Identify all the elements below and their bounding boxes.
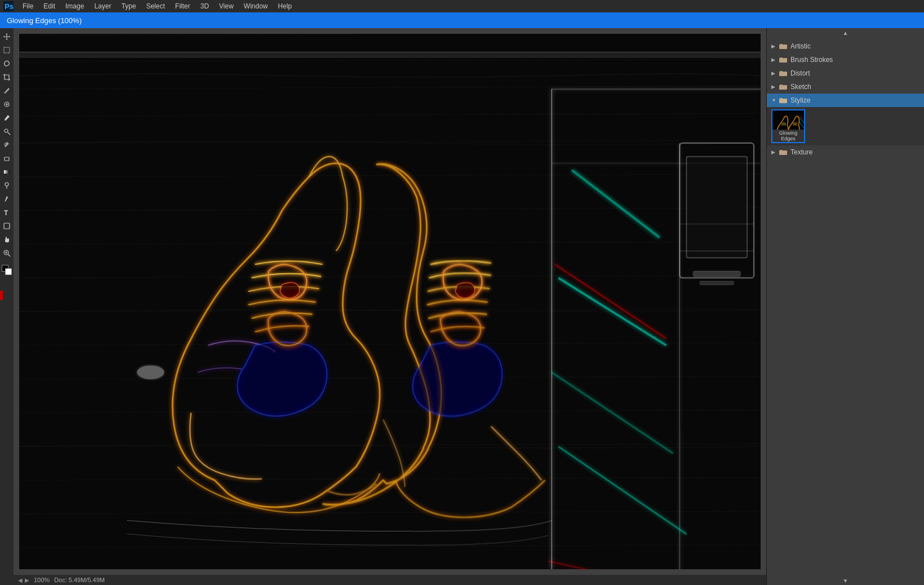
menu-layer[interactable]: Layer (90, 1, 115, 11)
chevron-right-icon: ▶ (771, 43, 777, 49)
svg-point-7 (5, 183, 8, 186)
lasso-tool[interactable] (1, 57, 13, 70)
filter-category-distort-label: Distort (790, 69, 810, 77)
filter-category-sketch: ▶ Sketch (767, 80, 924, 94)
status-nav-buttons: ◀ ▶ (18, 577, 29, 583)
menu-select[interactable]: Select (141, 1, 169, 11)
filter-category-artistic: ▶ Artistic (767, 39, 924, 53)
menu-bar: Ps File Edit Image Layer Type Select Fil… (0, 0, 924, 12)
main-canvas (19, 34, 761, 569)
folder-icon (779, 43, 788, 50)
marquee-tool[interactable] (1, 44, 13, 56)
svg-rect-6 (4, 170, 10, 174)
menu-window[interactable]: Window (239, 1, 273, 11)
scroll-up-icon: ▲ (843, 30, 849, 36)
scroll-up-button[interactable]: ▲ (767, 28, 924, 37)
svg-rect-5 (5, 157, 9, 161)
crop-tool[interactable] (1, 71, 13, 83)
menu-type[interactable]: Type (117, 1, 140, 11)
red-edge-indicator (0, 291, 3, 300)
gradient-tool[interactable] (1, 166, 13, 178)
folder-icon-2 (779, 56, 788, 63)
text-tool[interactable]: T (1, 206, 13, 219)
chevron-right-icon-4: ▶ (771, 84, 777, 90)
chevron-right-icon-2: ▶ (771, 57, 777, 63)
glowing-edges-label: Glowing Edges (772, 130, 804, 142)
scroll-down-button[interactable]: ▼ (767, 576, 924, 585)
svg-rect-9 (4, 223, 10, 229)
clone-tool[interactable] (1, 125, 13, 138)
folder-icon-5 (779, 97, 788, 104)
pen-tool[interactable] (1, 193, 13, 205)
svg-point-47 (137, 366, 164, 379)
left-toolbar: T (0, 28, 14, 585)
menu-file[interactable]: File (18, 1, 38, 11)
filter-category-texture: ▶ Texture (767, 145, 924, 159)
brush-tool[interactable] (1, 112, 13, 124)
svg-rect-48 (19, 52, 761, 57)
filter-panel: ▲ ▶ Artistic ▶ (766, 28, 924, 585)
filter-category-brush-strokes-label: Brush Strokes (790, 56, 833, 64)
svg-rect-42 (686, 157, 747, 258)
filter-category-sketch-label: Sketch (790, 83, 811, 91)
menu-filter[interactable]: Filter (171, 1, 195, 11)
scroll-down-icon: ▼ (843, 578, 849, 584)
chevron-down-icon: ▼ (771, 98, 777, 103)
menu-3d[interactable]: 3D (196, 1, 213, 11)
chevron-right-icon-5: ▶ (771, 149, 777, 155)
zoom-level: 100% (34, 577, 50, 583)
filter-category-stylize: ▼ Stylize (767, 94, 924, 145)
status-bar: ◀ ▶ 100% Doc: 5.49M/5.49M (14, 575, 766, 585)
heal-tool[interactable] (1, 98, 13, 110)
shape-tool[interactable] (1, 220, 13, 232)
menu-view[interactable]: View (215, 1, 238, 11)
filter-category-sketch-header[interactable]: ▶ Sketch (767, 80, 924, 94)
svg-point-4 (5, 129, 8, 132)
chevron-right-icon-3: ▶ (771, 70, 777, 76)
filter-category-stylize-header[interactable]: ▼ Stylize (767, 94, 924, 107)
glowing-edges-preview (772, 110, 804, 130)
document-size: Doc: 5.49M/5.49M (54, 577, 105, 583)
folder-icon-6 (779, 149, 788, 156)
svg-rect-2 (4, 47, 10, 53)
menu-edit[interactable]: Edit (39, 1, 60, 11)
filter-category-artistic-label: Artistic (790, 42, 811, 50)
hand-tool[interactable] (1, 233, 13, 246)
filter-list: ▶ Artistic ▶ Brush Strokes (767, 37, 924, 576)
svg-text:Ps: Ps (5, 2, 14, 11)
filter-category-artistic-header[interactable]: ▶ Artistic (767, 39, 924, 53)
filter-category-distort-header[interactable]: ▶ Distort (767, 67, 924, 80)
filter-category-distort: ▶ Distort (767, 67, 924, 80)
menu-help[interactable]: Help (273, 1, 296, 11)
filter-category-texture-header[interactable]: ▶ Texture (767, 145, 924, 159)
zoom-tool[interactable] (1, 247, 13, 259)
history-brush[interactable] (1, 139, 13, 151)
dodge-tool[interactable] (1, 179, 13, 192)
image-canvas (19, 34, 761, 569)
folder-icon-4 (779, 83, 788, 90)
svg-rect-46 (700, 281, 734, 285)
menu-image[interactable]: Image (61, 1, 88, 11)
move-tool[interactable] (1, 30, 13, 43)
filter-thumbnail-glowing-edges[interactable]: Glowing Edges (771, 109, 805, 143)
svg-rect-45 (693, 271, 740, 277)
eyedropper-tool[interactable] (1, 85, 13, 97)
filter-category-texture-label: Texture (790, 148, 812, 156)
document-title: Glowing Edges (100%) (7, 16, 82, 25)
app-logo: Ps (2, 0, 15, 12)
folder-icon-3 (779, 70, 788, 77)
color-swatches[interactable] (2, 265, 12, 275)
title-bar: Glowing Edges (100%) (0, 12, 924, 28)
nav-next-button[interactable]: ▶ (25, 577, 29, 583)
filter-category-stylize-label: Stylize (790, 96, 810, 104)
filter-category-brush-strokes-header[interactable]: ▶ Brush Strokes (767, 53, 924, 67)
nav-prev-button[interactable]: ◀ (18, 577, 23, 583)
svg-text:T: T (4, 209, 8, 216)
svg-rect-11 (19, 34, 761, 569)
stylize-filter-items: Glowing Edges (767, 107, 924, 145)
eraser-tool[interactable] (1, 152, 13, 165)
canvas-area (14, 28, 766, 575)
filter-category-brush-strokes: ▶ Brush Strokes (767, 53, 924, 67)
